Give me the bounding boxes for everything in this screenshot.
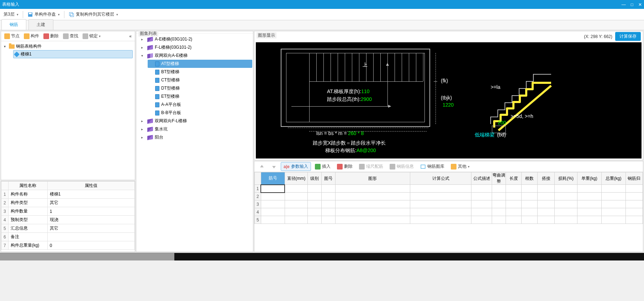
grid-col-header[interactable]: 搭接: [537, 172, 554, 185]
grid-cell[interactable]: [285, 216, 307, 224]
grid-cell[interactable]: [321, 208, 335, 216]
prop-value[interactable]: 其它: [47, 224, 134, 233]
grid-cell[interactable]: [471, 200, 492, 208]
grid-cell[interactable]: [522, 216, 537, 224]
atlas-child[interactable]: DT型楼梯: [148, 84, 252, 92]
grid-cell[interactable]: [555, 193, 577, 200]
grid-col-header[interactable]: 根数: [522, 172, 537, 185]
grid-cell[interactable]: [522, 185, 537, 193]
grid-cell[interactable]: [410, 193, 471, 200]
grid-cell[interactable]: [471, 193, 492, 200]
tree-root[interactable]: ▾ 钢筋表格构件: [3, 43, 133, 50]
grid-cell[interactable]: [506, 200, 521, 208]
param-input-button[interactable]: a|e 参数输入: [281, 162, 311, 171]
grid-cell[interactable]: [506, 193, 521, 200]
grid-cell[interactable]: [601, 208, 625, 216]
atlas-child[interactable]: CT型楼梯: [148, 76, 252, 84]
grid-cell[interactable]: [537, 185, 554, 193]
grid-cell[interactable]: [577, 216, 602, 224]
save-single-button[interactable]: 单构件存盘 ▾: [25, 11, 62, 18]
grid-cell[interactable]: [308, 216, 322, 224]
rebar-lib-button[interactable]: 钢筋图库: [418, 162, 447, 171]
grid-cell[interactable]: [625, 193, 643, 200]
grid-cell[interactable]: [555, 185, 577, 193]
grid-cell[interactable]: [335, 200, 410, 208]
grid-cell[interactable]: [625, 200, 643, 208]
component-tree[interactable]: ▾ 钢筋表格构件 楼梯1: [1, 41, 135, 180]
grid-cell[interactable]: [555, 200, 577, 208]
grid-col-header[interactable]: 弯曲调整: [492, 172, 506, 185]
grid-cell[interactable]: [492, 200, 506, 208]
grid-cell[interactable]: [601, 200, 625, 208]
grid-col-header[interactable]: 图号: [321, 172, 335, 185]
property-row[interactable]: 4 预制类型 现浇: [1, 216, 135, 224]
property-row[interactable]: 5 汇总信息 其它: [1, 224, 135, 233]
prop-value[interactable]: 楼梯1: [47, 190, 134, 199]
grid-cell[interactable]: [506, 208, 521, 216]
tab-rebar[interactable]: 钢筋: [1, 19, 26, 30]
grid-cell[interactable]: [410, 208, 471, 216]
tab-civil[interactable]: 土建: [28, 19, 53, 30]
component-button[interactable]: 构件: [22, 32, 41, 40]
prop-value[interactable]: 1: [47, 207, 134, 216]
grid-cell[interactable]: [321, 193, 335, 200]
delete-button[interactable]: 删除: [42, 32, 60, 40]
property-row[interactable]: 1 构件名称 楼梯1: [1, 190, 135, 199]
grid-col-header[interactable]: 筋号: [261, 172, 285, 185]
grid-cell[interactable]: [308, 185, 322, 193]
grid-cell[interactable]: [285, 193, 307, 200]
grid-cell[interactable]: [625, 216, 643, 224]
grid-col-header[interactable]: 级别: [308, 172, 322, 185]
grid-cell[interactable]: [410, 216, 471, 224]
atlas-node[interactable]: ▸ F-L楼梯(03G101-2): [140, 43, 252, 52]
property-row[interactable]: 6 备注: [1, 233, 135, 241]
grid-cell[interactable]: [285, 185, 307, 193]
grid-cell[interactable]: [285, 200, 307, 208]
grid-cell[interactable]: [577, 200, 602, 208]
grid-cell[interactable]: [261, 193, 285, 200]
grid-cell[interactable]: [261, 208, 285, 216]
grid-row[interactable]: 5: [255, 216, 643, 224]
grid-cell[interactable]: [335, 208, 410, 216]
grid-cell[interactable]: [471, 216, 492, 224]
close-button[interactable]: ✕: [638, 2, 642, 7]
grid-cell[interactable]: [321, 185, 335, 193]
grid-cell[interactable]: [321, 216, 335, 224]
grid-cell[interactable]: [537, 216, 554, 224]
insert-button[interactable]: 插入: [312, 162, 333, 171]
grid-cell[interactable]: [261, 185, 285, 193]
atlas-child[interactable]: B-B平台板: [148, 109, 252, 117]
grid-cell[interactable]: [601, 193, 625, 200]
atlas-node[interactable]: ▸ 阳台: [140, 133, 252, 141]
grid-cell[interactable]: [537, 208, 554, 216]
atlas-node[interactable]: ▸ 集水坑: [140, 125, 252, 133]
prop-value[interactable]: 0: [47, 241, 134, 250]
grid-cell[interactable]: [261, 216, 285, 224]
grid-cell[interactable]: [410, 200, 471, 208]
grid-cell[interactable]: [601, 216, 625, 224]
grid-col-header[interactable]: 计算公式: [410, 172, 471, 185]
floor-selector[interactable]: 第3层 ▾: [1, 11, 21, 18]
grid-col-header[interactable]: 直径(mm): [285, 172, 307, 185]
atlas-child[interactable]: AT型楼梯: [148, 60, 252, 68]
grid-cell[interactable]: [410, 185, 471, 193]
grid-cell[interactable]: [577, 208, 602, 216]
grid-col-header[interactable]: 长度: [506, 172, 521, 185]
grid-col-header[interactable]: 图形: [335, 172, 410, 185]
grid-cell[interactable]: [471, 208, 492, 216]
nav-up-button[interactable]: [257, 163, 267, 171]
atlas-node[interactable]: ▸ 双网双向F-L楼梯: [140, 117, 252, 125]
grid-cell[interactable]: [308, 200, 322, 208]
grid-cell[interactable]: [506, 216, 521, 224]
grid-cell[interactable]: [522, 200, 537, 208]
property-table[interactable]: 属性名称 属性值 1 构件名称 楼梯12 构件类型 其它3 构件数量 14 预制…: [1, 181, 135, 250]
property-row[interactable]: 2 构件类型 其它: [1, 199, 135, 207]
grid-row[interactable]: 4: [255, 208, 643, 216]
lock-button[interactable]: 锁定: [81, 32, 102, 40]
grid-cell[interactable]: [601, 185, 625, 193]
find-button[interactable]: 查找: [61, 32, 80, 40]
rebar-datagrid[interactable]: 筋号直径(mm)级别图号图形计算公式公式描述弯曲调整长度根数搭接损耗(%)单重(…: [254, 172, 643, 252]
grid-cell[interactable]: [335, 193, 410, 200]
grid-cell[interactable]: [625, 185, 643, 193]
grid-cell[interactable]: [308, 208, 322, 216]
